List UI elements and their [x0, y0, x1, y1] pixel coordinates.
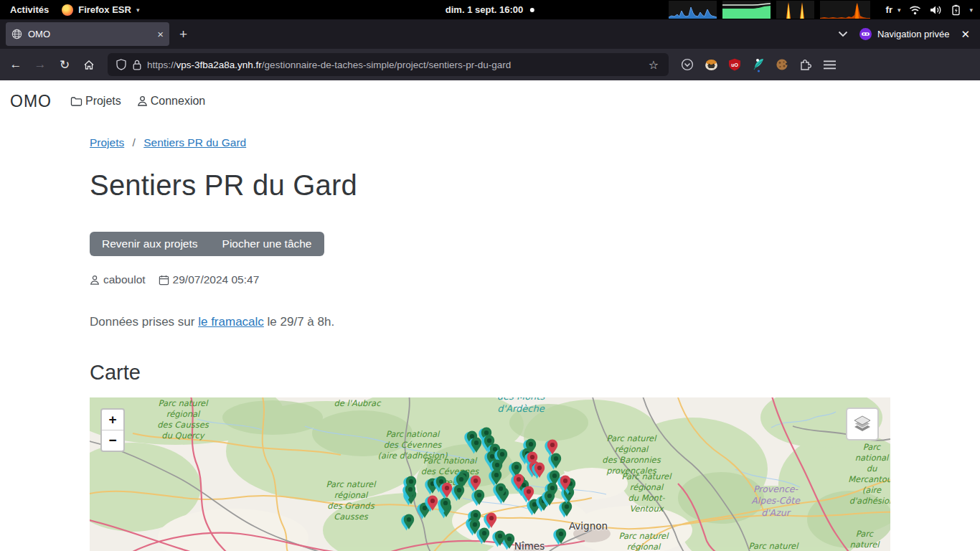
zoom-out-button[interactable]: − — [102, 430, 123, 451]
cpu-graph[interactable] — [669, 1, 717, 19]
volume-icon[interactable] — [930, 5, 943, 15]
ublock-extension-icon[interactable]: uO — [727, 57, 742, 72]
window-close-icon[interactable]: ✕ — [961, 28, 970, 41]
forward-button[interactable]: → — [29, 54, 52, 75]
lock-icon[interactable] — [133, 60, 141, 70]
map[interactable]: + − Parc naturel régional des Causses du… — [90, 397, 890, 551]
wifi-icon[interactable] — [909, 5, 921, 15]
tab-close-icon[interactable]: × — [157, 29, 164, 39]
reload-button[interactable]: ↻ — [53, 54, 76, 75]
clock[interactable]: dim. 1 sept. 16:00 — [446, 4, 534, 15]
map-layers-control[interactable] — [846, 408, 879, 441]
system-menu-caret-icon[interactable]: ▾ — [969, 6, 973, 14]
person-icon — [90, 275, 100, 286]
browser-tab-bar: OMO × + Navigation privée ✕ — [0, 19, 980, 49]
green-marker[interactable] — [471, 490, 484, 507]
private-browsing-badge: Navigation privée — [859, 28, 949, 40]
pick-task-button[interactable]: Piocher une tâche — [210, 232, 324, 256]
new-tab-button[interactable]: + — [179, 27, 187, 42]
app-menu[interactable]: Firefox ESR ▾ — [62, 4, 139, 16]
site-brand[interactable]: OMO — [10, 92, 52, 111]
breadcrumb-projects-link[interactable]: Projets — [90, 136, 124, 149]
url-bar[interactable]: https://vps-3fba2a8a.ynh.fr/gestionnaire… — [108, 53, 669, 76]
person-icon — [137, 95, 148, 107]
project-description: Données prises sur le framacalc le 29/7 … — [90, 315, 890, 329]
page-title: Sentiers PR du Gard — [90, 169, 890, 202]
owner: caboulot — [90, 273, 146, 286]
breadcrumb-current-link[interactable]: Sentiers PR du Gard — [143, 136, 246, 149]
browser-toolbar: ← → ↻ https://vps-3fba2a8a.ynh.fr/gestio… — [0, 49, 980, 80]
red-marker[interactable] — [484, 513, 496, 529]
zoom-in-button[interactable]: + — [102, 410, 123, 430]
animal-extension-icon[interactable] — [704, 57, 718, 72]
notification-dot-icon — [530, 8, 534, 12]
map-heading: Carte — [90, 361, 890, 385]
menu-icon[interactable] — [822, 57, 837, 72]
framacalc-link[interactable]: le framacalc — [198, 315, 264, 329]
project-meta: caboulot 29/07/2024 05:47 — [90, 273, 890, 286]
shield-icon[interactable] — [116, 59, 126, 70]
map-zoom-control: + − — [100, 408, 125, 452]
folder-icon — [70, 96, 83, 107]
green-marker[interactable] — [553, 529, 566, 545]
caret-down-icon: ▾ — [897, 6, 901, 14]
extensions-puzzle-icon[interactable] — [798, 57, 813, 72]
green-marker[interactable] — [548, 453, 561, 470]
disk-graph[interactable] — [820, 1, 870, 19]
globe-icon — [11, 29, 22, 39]
red-marker[interactable] — [439, 483, 452, 499]
back-to-projects-button[interactable]: Revenir aux projets — [90, 232, 210, 256]
back-button[interactable]: ← — [4, 54, 27, 75]
site-header: OMO Projets Connexion — [0, 80, 980, 122]
breadcrumb: Projets / Sentiers PR du Gard — [90, 136, 890, 149]
green-marker[interactable] — [476, 528, 489, 545]
network-graph[interactable] — [776, 1, 814, 19]
green-marker[interactable] — [559, 501, 572, 518]
green-marker[interactable] — [451, 485, 464, 501]
calendar-icon — [159, 275, 169, 286]
url-text: https://vps-3fba2a8a.ynh.fr/gestionnaire… — [147, 60, 643, 70]
tab-title: OMO — [28, 29, 50, 39]
url-domain: vps-3fba2a8a.ynh.fr — [176, 60, 262, 70]
home-button[interactable] — [77, 54, 100, 75]
svg-text:uO: uO — [731, 62, 738, 67]
firefox-icon — [62, 4, 73, 16]
browser-tab[interactable]: OMO × — [6, 22, 169, 46]
memory-graph[interactable] — [722, 1, 771, 19]
pocket-extension-icon[interactable] — [680, 57, 694, 72]
activities-button[interactable]: Activités — [10, 4, 49, 15]
list-tabs-chevron-icon[interactable] — [838, 31, 848, 37]
app-menu-label: Firefox ESR — [78, 4, 131, 15]
feather-extension-icon[interactable] — [751, 57, 765, 72]
green-marker[interactable] — [492, 531, 505, 547]
caret-down-icon: ▾ — [136, 6, 140, 14]
nav-login-link[interactable]: Connexion — [137, 95, 206, 108]
red-marker[interactable] — [468, 476, 481, 492]
created-date: 29/07/2024 05:47 — [159, 273, 260, 286]
green-marker[interactable] — [468, 438, 481, 454]
battery-charging-icon[interactable] — [951, 4, 961, 16]
keyboard-layout[interactable]: fr ▾ — [886, 4, 901, 15]
green-marker[interactable] — [401, 514, 414, 531]
cookie-extension-icon[interactable] — [775, 57, 789, 72]
action-button-group: Revenir aux projets Piocher une tâche — [90, 232, 324, 256]
private-mask-icon — [859, 28, 872, 40]
map-markers-layer — [90, 397, 890, 551]
red-marker[interactable] — [532, 463, 545, 479]
layers-icon — [853, 415, 872, 433]
desktop-top-bar: Activités Firefox ESR ▾ dim. 1 sept. 16:… — [0, 0, 980, 19]
bookmark-star-icon[interactable]: ☆ — [643, 58, 664, 72]
nav-projects-link[interactable]: Projets — [70, 95, 121, 108]
